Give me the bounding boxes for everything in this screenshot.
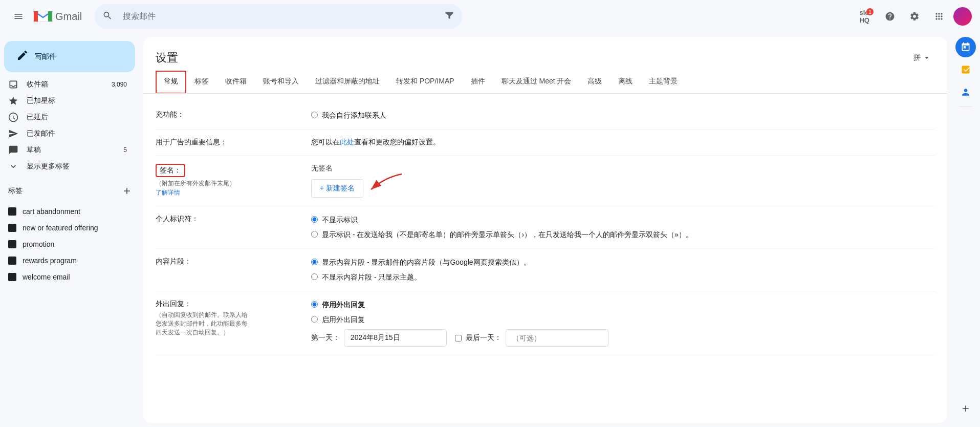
sidebar-item-drafts[interactable]: 草稿 5 — [0, 142, 135, 158]
label-new-offering[interactable]: new or featured offering — [0, 220, 135, 236]
tab-themes[interactable]: 主题背景 — [641, 71, 686, 94]
show-snippets-option[interactable]: 显示内容片段 - 显示邮件的内容片段（与Google网页搜索类似）。 — [311, 257, 935, 268]
tab-forwarding-label: 转发和 POP/IMAP — [396, 77, 454, 85]
sidebar: 写邮件 收件箱 3,090 已加星标 已延后 已发邮件 草稿 5 显示更多标签 — [0, 33, 143, 427]
drafts-label: 草稿 — [27, 145, 41, 155]
add-panel-button[interactable] — [955, 398, 976, 419]
signature-row: 签名： （附加在所有外发邮件末尾） 了解详情 无签名 + 新建签名 — [156, 156, 935, 206]
gmail-logo-text: Gmail — [55, 11, 82, 23]
label-new-text: new or featured offering — [23, 224, 98, 232]
snippets-row: 内容片段： 显示内容片段 - 显示邮件的内容片段（与Google网页搜索类似）。… — [156, 249, 935, 291]
label-promotion[interactable]: promotion — [0, 236, 135, 252]
label-promo-text: promotion — [23, 240, 54, 248]
first-day-input[interactable] — [344, 329, 447, 347]
compose-label: 写邮件 — [35, 52, 56, 61]
ad-info-suffix: 查看和更改您的偏好设置。 — [354, 138, 440, 146]
new-signature-button[interactable]: + 新建签名 — [311, 179, 363, 198]
show-snippets-radio[interactable] — [311, 259, 318, 265]
tab-inbox-label: 收件箱 — [225, 77, 247, 85]
topbar-right: slotHQ 1 — [855, 6, 972, 27]
label-rewards-program[interactable]: rewards program — [0, 252, 135, 269]
last-day-input[interactable] — [506, 329, 608, 347]
vacation-sub2: 您发送多封邮件时，此功能最多每 — [156, 320, 248, 327]
tab-labels[interactable]: 标签 — [186, 71, 217, 94]
no-indicator-radio[interactable] — [311, 216, 318, 223]
help-button[interactable] — [880, 6, 900, 27]
sidebar-item-snoozed[interactable]: 已延后 — [0, 109, 135, 125]
red-arrow-annotation — [366, 172, 407, 197]
tab-general-label: 常规 — [164, 77, 178, 85]
sidebar-item-more[interactable]: 显示更多标签 — [0, 158, 135, 175]
ad-info-label: 用于广告的重要信息： — [156, 138, 299, 147]
ad-info-label-text: 用于广告的重要信息： — [156, 138, 227, 146]
svg-rect-0 — [34, 11, 38, 22]
search-input[interactable] — [94, 4, 463, 29]
slot-hq-button[interactable]: slotHQ 1 — [855, 6, 876, 27]
search-icon — [102, 11, 113, 23]
tab-offline[interactable]: 离线 — [610, 71, 641, 94]
calendar-panel-icon[interactable] — [955, 37, 976, 57]
compose-icon — [16, 49, 29, 64]
tab-addons[interactable]: 插件 — [463, 71, 493, 94]
tab-accounts-label: 账号和导入 — [263, 77, 299, 85]
no-indicator-option[interactable]: 不显示标识 — [311, 215, 935, 225]
search-filter-icon[interactable] — [444, 11, 454, 23]
sidebar-item-inbox[interactable]: 收件箱 3,090 — [0, 76, 135, 93]
settings-tabs: 常规 标签 收件箱 账号和导入 过滤器和屏蔽的地址 转发和 POP/IMAP 插… — [143, 71, 947, 94]
compose-button[interactable]: 写邮件 — [4, 41, 135, 72]
tasks-panel-icon[interactable] — [955, 59, 976, 80]
disable-vacation-option[interactable]: 停用外出回复 — [311, 300, 935, 310]
personal-indicator-label: 个人标识符： — [156, 215, 299, 224]
tab-inbox[interactable]: 收件箱 — [217, 71, 255, 94]
autocomplete-radio[interactable]: 我会自行添加联系人 — [311, 110, 935, 121]
tab-chat[interactable]: 聊天及通过 Meet 开会 — [493, 71, 580, 94]
tab-forwarding[interactable]: 转发和 POP/IMAP — [388, 71, 463, 94]
label-welcome-text: welcome email — [23, 273, 70, 281]
disable-vacation-radio[interactable] — [311, 301, 318, 308]
tab-addons-label: 插件 — [471, 77, 485, 85]
show-indicator-option[interactable]: 显示标识 - 在发送给我（不是邮寄名单）的邮件旁显示单箭头（›），在只发送给我一… — [311, 229, 935, 240]
tab-filters[interactable]: 过滤器和屏蔽的地址 — [307, 71, 388, 94]
no-snippets-label: 不显示内容片段 - 只显示主题。 — [322, 272, 421, 283]
input-tools-button[interactable]: 拼 — [909, 49, 935, 67]
sidebar-item-starred[interactable]: 已加星标 — [0, 93, 135, 109]
ad-info-prefix: 您可以在 — [311, 138, 340, 146]
contacts-panel-icon[interactable] — [955, 82, 976, 102]
tab-labels-label: 标签 — [194, 77, 209, 85]
last-day-checkbox[interactable] — [455, 335, 462, 341]
tab-accounts[interactable]: 账号和导入 — [255, 71, 307, 94]
inbox-label: 收件箱 — [27, 80, 48, 89]
apps-button[interactable] — [929, 6, 949, 27]
tab-general[interactable]: 常规 — [156, 71, 186, 94]
label-cart-abandonment[interactable]: cart abandonment — [0, 203, 135, 220]
new-sig-btn-label: + 新建签名 — [320, 184, 355, 193]
autocomplete-label: 充功能： — [156, 110, 299, 119]
add-label-button[interactable] — [119, 183, 135, 199]
tab-filters-label: 过滤器和屏蔽的地址 — [315, 77, 380, 85]
signature-label-text: 签名： — [156, 164, 185, 177]
label-rewards-text: rewards program — [23, 257, 77, 265]
signature-sub-text: （附加在所有外发邮件末尾） — [156, 179, 299, 188]
sidebar-item-sent[interactable]: 已发邮件 — [0, 125, 135, 142]
enable-vacation-radio[interactable] — [311, 316, 318, 323]
ad-info-value: 您可以在此处查看和更改您的偏好设置。 — [311, 138, 935, 147]
settings-button[interactable] — [904, 6, 925, 27]
label-welcome-email[interactable]: welcome email — [0, 269, 135, 285]
ad-info-link[interactable]: 此处 — [340, 138, 354, 146]
user-avatar[interactable] — [953, 7, 972, 26]
autocomplete-radio-input[interactable] — [311, 112, 318, 118]
hamburger-button[interactable] — [8, 6, 29, 27]
autocomplete-value: 我会自行添加联系人 — [311, 110, 935, 121]
last-day-label: 最后一天： — [466, 333, 502, 343]
signature-learn-link[interactable]: 了解详情 — [156, 189, 180, 196]
vacation-sub: （自动回复收到的邮件。联系人给 您发送多封邮件时，此功能最多每 四天发送一次自动… — [156, 311, 299, 336]
vacation-sub1: （自动回复收到的邮件。联系人给 — [156, 311, 248, 318]
no-indicator-label: 不显示标识 — [322, 215, 358, 225]
no-snippets-option[interactable]: 不显示内容片段 - 只显示主题。 — [311, 272, 935, 283]
sent-label: 已发邮件 — [27, 129, 55, 138]
tab-advanced[interactable]: 高级 — [579, 71, 610, 94]
show-indicator-radio[interactable] — [311, 231, 318, 238]
snippets-label-text: 内容片段： — [156, 257, 191, 265]
no-snippets-radio[interactable] — [311, 273, 318, 280]
enable-vacation-option[interactable]: 启用外出回复 — [311, 314, 935, 325]
